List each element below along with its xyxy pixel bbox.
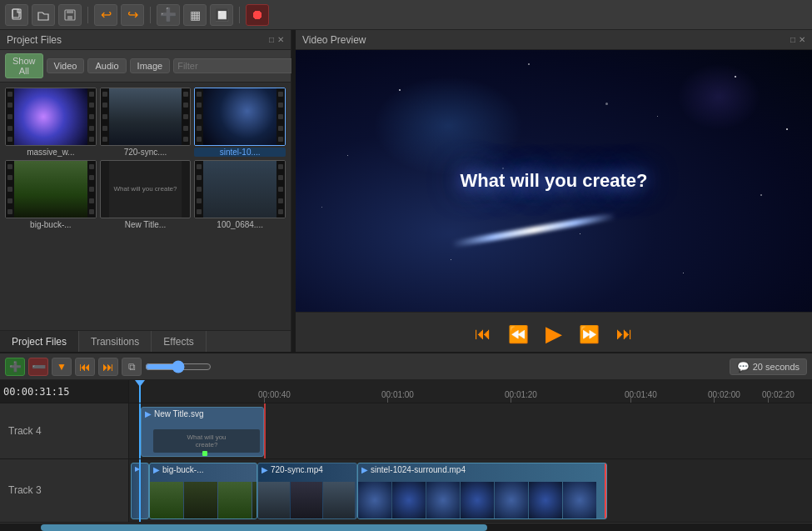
- clip-720sync[interactable]: ▶ 720-sync.mp4: [257, 463, 357, 519]
- toolbar-separator-3: [239, 7, 240, 23]
- media-grid: massive_w... 720-sync.... sintel-10....: [0, 83, 291, 330]
- record-button[interactable]: ⏺: [246, 4, 269, 26]
- track-4-content[interactable]: ▶ New Title.svg What will youcreate?: [129, 403, 812, 458]
- filter-dropdown-button[interactable]: ▼: [52, 358, 72, 376]
- preview-close-icon[interactable]: ✕: [799, 35, 805, 44]
- out-point-marker: [264, 403, 266, 458]
- ruler-tick: [511, 396, 511, 403]
- preview-background: What will you create?: [296, 50, 812, 312]
- track-4-row: Track 4 ▶ New Title.svg What will youcre…: [0, 403, 812, 459]
- fast-forward-button[interactable]: ⏩: [574, 323, 605, 346]
- ruler-mark-40: 00:00:40: [258, 390, 291, 399]
- track-4-label: Track 4: [0, 403, 129, 458]
- left-panel: Project Files □ ✕ Show All Video Audio I…: [0, 30, 291, 355]
- ruler-tick: [387, 396, 388, 403]
- toolbar-separator-2: [150, 7, 151, 23]
- ruler-mark-140: 00:01:40: [625, 390, 657, 399]
- jump-end-button[interactable]: ⏭: [98, 358, 118, 376]
- clip-label: big-buck-...: [162, 465, 203, 474]
- rewind-button[interactable]: ⏪: [503, 323, 534, 346]
- svg-rect-0: [12, 9, 19, 18]
- track-playhead: [139, 403, 141, 458]
- right-panel: Video Preview □ ✕: [296, 30, 812, 355]
- comment-icon: 💬: [737, 361, 750, 373]
- preview-light-streak: [451, 213, 616, 248]
- tab-effects[interactable]: Effects: [152, 331, 206, 354]
- add-clip-button[interactable]: ➕: [157, 4, 180, 26]
- svg-rect-4: [67, 10, 73, 13]
- media-item-label: 100_0684....: [194, 220, 286, 229]
- tracks-area: Track 4 ▶ New Title.svg What will youcre…: [0, 403, 812, 523]
- media-item-sintel[interactable]: sintel-10....: [194, 88, 286, 157]
- jump-start-button[interactable]: ⏮: [75, 358, 95, 376]
- media-item-label: big-buck-...: [5, 220, 97, 229]
- jump-to-start-button[interactable]: ⏮: [470, 323, 496, 345]
- layout-button[interactable]: ▦: [183, 4, 207, 26]
- media-item-bigbuck[interactable]: big-buck-...: [5, 160, 97, 229]
- ruler-tick: [768, 396, 769, 403]
- zoom-slider[interactable]: [145, 360, 212, 373]
- panel-close-icon[interactable]: ✕: [277, 35, 284, 44]
- filter-bar: Show All Video Audio Image ✕: [0, 50, 291, 83]
- filter-audio-button[interactable]: Audio: [87, 58, 126, 73]
- track-3-row: Track 3 ▶ ▶ big-buck-...: [0, 459, 812, 523]
- timeline-section: ➕ ➖ ▼ ⏮ ⏭ ⧉ 💬 20 seconds 00:00:31:15 00:…: [0, 352, 812, 531]
- project-files-header: Project Files □ ✕: [0, 30, 291, 50]
- ruler-mark-200: 00:02:00: [708, 390, 740, 399]
- filter-video-button[interactable]: Video: [47, 58, 85, 73]
- panel-pin-icon[interactable]: □: [269, 35, 274, 44]
- preview-overlay-text: What will you create?: [461, 170, 648, 192]
- tab-project-files[interactable]: Project Files: [0, 331, 79, 354]
- timeline-scrollbar[interactable]: [0, 523, 812, 531]
- clip-label: 720-sync.mp4: [271, 465, 323, 474]
- timeline-toolbar: ➕ ➖ ▼ ⏮ ⏭ ⧉ 💬 20 seconds: [0, 353, 812, 380]
- timeline-ruler[interactable]: 00:00:40 00:01:00 00:01:20 00:01:40 00:0…: [129, 380, 812, 403]
- media-item-720sync[interactable]: 720-sync....: [100, 88, 192, 157]
- clip-end-marker: [202, 451, 207, 456]
- tab-transitions[interactable]: Transitions: [79, 331, 152, 354]
- add-track-button[interactable]: ➕: [5, 358, 25, 376]
- ruler-mark-220: 00:02:20: [762, 390, 795, 399]
- export-button[interactable]: 🔲: [210, 4, 233, 26]
- undo-button[interactable]: ↩: [94, 4, 117, 26]
- scrollbar-thumb[interactable]: [41, 524, 487, 531]
- remove-track-button[interactable]: ➖: [28, 358, 48, 376]
- open-project-button[interactable]: [32, 4, 55, 26]
- preview-pin-icon[interactable]: □: [790, 35, 795, 44]
- clip-play-icon: ▶: [145, 409, 152, 418]
- ruler-mark-100: 00:01:00: [381, 390, 414, 399]
- panel-header-icons: □ ✕: [269, 35, 284, 44]
- filter-input[interactable]: [173, 58, 296, 73]
- filter-show-all-button[interactable]: Show All: [5, 53, 43, 78]
- video-preview: What will you create?: [296, 50, 812, 312]
- project-files-title: Project Files: [7, 34, 62, 46]
- media-item-label: sintel-10....: [194, 148, 286, 157]
- ruler-playhead: [139, 380, 141, 403]
- playhead-diamond: [135, 380, 145, 387]
- media-item-label: New Title...: [100, 220, 192, 229]
- clip-bigbuck[interactable]: ▶ big-buck-...: [149, 463, 257, 519]
- new-project-button[interactable]: [5, 4, 28, 26]
- clip-label: New Title.svg: [154, 409, 203, 418]
- snap-button[interactable]: ⧉: [122, 358, 142, 376]
- clip-sintel[interactable]: ▶ sintel-1024-surround.mp4: [357, 463, 607, 519]
- media-item-100-0684[interactable]: 100_0684....: [194, 160, 286, 229]
- media-item-newtitle[interactable]: What will you create? New Title...: [100, 160, 192, 229]
- save-project-button[interactable]: [58, 4, 82, 26]
- redo-button[interactable]: ↪: [121, 4, 144, 26]
- play-button[interactable]: ▶: [541, 319, 567, 348]
- jump-to-end-button[interactable]: ⏭: [611, 323, 638, 345]
- zoom-seconds-badge: 💬 20 seconds: [730, 358, 807, 375]
- track3-playhead: [139, 459, 141, 522]
- track-3-content[interactable]: ▶ ▶ big-buck-... ▶: [129, 459, 812, 522]
- media-item-label: 720-sync....: [100, 148, 192, 157]
- clip-end-line: [605, 463, 606, 518]
- main-area: Project Files □ ✕ Show All Video Audio I…: [0, 30, 812, 355]
- filter-image-button[interactable]: Image: [130, 58, 171, 73]
- media-item-massive[interactable]: massive_w...: [5, 88, 97, 157]
- playback-controls: ⏮ ⏪ ▶ ⏩ ⏭: [296, 312, 812, 355]
- toolbar-separator-1: [87, 7, 88, 23]
- clip-newtitle[interactable]: ▶ New Title.svg What will youcreate?: [141, 407, 264, 457]
- timecode-display: 00:00:31:15: [0, 380, 129, 403]
- preview-header: Video Preview □ ✕: [296, 30, 812, 50]
